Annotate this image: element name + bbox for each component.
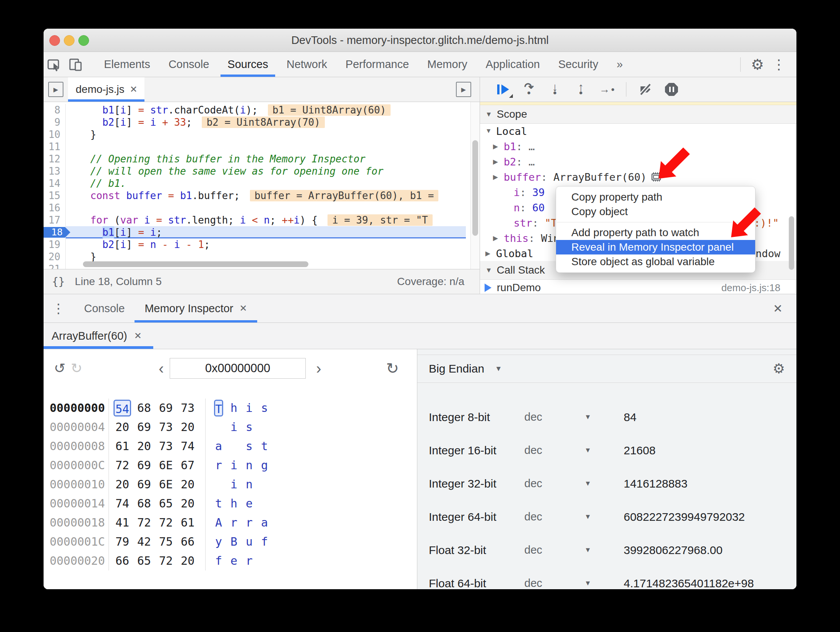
format-select[interactable]: dec▼ xyxy=(524,444,591,457)
hex-byte[interactable]: 41 xyxy=(114,514,131,531)
tab-security[interactable]: Security xyxy=(549,52,608,77)
tab-network[interactable]: Network xyxy=(277,52,336,77)
line-number[interactable]: 13 xyxy=(44,165,66,177)
ascii-char[interactable]: r xyxy=(245,553,254,569)
collapsed-twisty-icon[interactable]: ▶ xyxy=(493,158,504,166)
collapsed-twisty-icon[interactable]: ▶ xyxy=(485,250,496,258)
hex-byte[interactable]: 69 xyxy=(135,457,153,474)
ascii-char[interactable] xyxy=(214,419,223,436)
format-select[interactable]: dec▼ xyxy=(524,577,591,589)
ascii-char[interactable]: h xyxy=(229,495,238,512)
format-select[interactable]: dec▼ xyxy=(524,544,591,556)
collapsed-twisty-icon[interactable]: ▶ xyxy=(493,143,504,151)
ascii-char[interactable]: n xyxy=(245,457,254,474)
hex-byte[interactable]: 69 xyxy=(135,419,153,436)
line-number[interactable]: 20 xyxy=(44,251,66,263)
device-toolbar-button[interactable] xyxy=(65,55,86,75)
hex-byte[interactable]: 20 xyxy=(179,495,196,512)
buffer-tab-arraybuffer[interactable]: ArrayBuffer(60) ✕ xyxy=(44,323,153,349)
ascii-char[interactable]: a xyxy=(260,514,269,531)
collapsed-twisty-icon[interactable]: ▶ xyxy=(493,173,504,181)
history-forward-button[interactable]: ↻ xyxy=(68,357,85,380)
hex-byte[interactable]: 74 xyxy=(179,438,196,455)
line-number[interactable]: 19 xyxy=(44,238,66,251)
scope-row-b1[interactable]: ▶b1: … xyxy=(480,139,796,154)
context-menu-item-store-object-as-global-variable[interactable]: Store object as global variable xyxy=(556,254,755,269)
ascii-char[interactable]: g xyxy=(260,457,269,474)
settings-button[interactable]: ⚙ xyxy=(747,55,768,75)
drawer-tab-console[interactable]: Console xyxy=(74,294,135,322)
step-over-button[interactable]: ↷● xyxy=(516,79,542,99)
history-back-button[interactable]: ↺ xyxy=(51,357,68,380)
hex-byte[interactable]: 20 xyxy=(114,419,131,436)
line-number[interactable]: 10 xyxy=(44,128,66,141)
hex-byte[interactable]: 73 xyxy=(157,419,175,436)
ascii-char[interactable]: e xyxy=(245,495,254,512)
hex-byte[interactable]: 67 xyxy=(179,457,196,474)
hex-byte[interactable]: 72 xyxy=(157,553,175,569)
close-file-tab-icon[interactable]: ✕ xyxy=(130,84,138,95)
inspect-element-button[interactable] xyxy=(44,55,65,75)
ascii-char[interactable]: t xyxy=(214,495,223,512)
ascii-char[interactable]: i xyxy=(229,476,238,493)
line-number[interactable]: 15 xyxy=(44,190,66,202)
ascii-char[interactable]: n xyxy=(245,476,254,493)
hex-byte[interactable]: 20 xyxy=(179,419,196,436)
hex-byte[interactable]: 72 xyxy=(114,457,131,474)
hex-byte[interactable]: 61 xyxy=(179,514,196,531)
hex-byte[interactable]: 54 xyxy=(114,400,131,416)
ascii-char[interactable]: i xyxy=(229,457,238,474)
ascii-char[interactable]: r xyxy=(229,514,238,531)
quick-source-toggle-button[interactable]: ▶ xyxy=(456,82,471,97)
ascii-char[interactable]: B xyxy=(229,533,238,550)
ascii-char[interactable]: a xyxy=(214,438,223,455)
scope-row-b2[interactable]: ▶b2: … xyxy=(480,154,796,169)
ascii-char[interactable] xyxy=(260,553,269,569)
deactivate-breakpoints-button[interactable] xyxy=(632,79,658,99)
line-number[interactable]: 8 xyxy=(44,104,66,116)
ascii-char[interactable]: h xyxy=(229,400,238,416)
hex-byte[interactable]: 69 xyxy=(135,476,153,493)
editor-vertical-scrollbar[interactable] xyxy=(470,102,480,269)
line-number[interactable]: 17 xyxy=(44,214,66,226)
format-select[interactable]: dec▼ xyxy=(524,411,591,423)
hex-byte[interactable]: 6E xyxy=(157,476,175,493)
editor-horizontal-scrollbar[interactable] xyxy=(83,261,308,267)
drawer-tab-memory-inspector[interactable]: Memory Inspector✕ xyxy=(135,294,257,322)
hex-byte[interactable]: 61 xyxy=(114,438,131,455)
collapsed-twisty-icon[interactable]: ▶ xyxy=(493,234,504,242)
context-menu-item-reveal-in-memory-inspector-panel[interactable]: Reveal in Memory Inspector panel xyxy=(556,240,755,254)
hex-byte[interactable]: 66 xyxy=(179,533,196,550)
tab-console[interactable]: Console xyxy=(159,52,218,77)
ascii-char[interactable]: i xyxy=(229,419,238,436)
context-menu-item-copy-property-path[interactable]: Copy property path xyxy=(556,190,755,204)
section-expand-icon[interactable]: ▼ xyxy=(485,266,492,274)
previous-page-button[interactable]: ‹ xyxy=(154,357,169,380)
main-menu-button[interactable]: ⋮ xyxy=(768,55,790,75)
ascii-char[interactable]: y xyxy=(214,533,223,550)
step-out-button[interactable]: ↑● xyxy=(568,79,594,99)
line-number[interactable]: 12 xyxy=(44,153,66,165)
ascii-char[interactable] xyxy=(260,476,269,493)
hex-byte[interactable]: 68 xyxy=(135,400,153,416)
hex-byte[interactable]: 72 xyxy=(157,514,175,531)
ascii-char[interactable] xyxy=(260,419,269,436)
ascii-char[interactable]: f xyxy=(214,553,223,569)
pretty-print-icon[interactable]: {} xyxy=(52,275,65,288)
ascii-char[interactable]: f xyxy=(260,533,269,550)
step-into-button[interactable]: ↓● xyxy=(542,79,568,99)
tab-application[interactable]: Application xyxy=(477,52,549,77)
ascii-char[interactable]: e xyxy=(229,553,238,569)
ascii-char[interactable] xyxy=(260,495,269,512)
tab-memory[interactable]: Memory xyxy=(418,52,477,77)
tab-elements[interactable]: Elements xyxy=(95,52,159,77)
expanded-twisty-icon[interactable]: ▼ xyxy=(485,127,496,135)
callstack-frame-row[interactable]: runDemo demo-js.js:18 xyxy=(480,280,796,294)
hex-byte[interactable]: 72 xyxy=(135,514,153,531)
tab-performance[interactable]: Performance xyxy=(336,52,418,77)
resume-button[interactable] xyxy=(490,79,516,99)
line-number[interactable]: 14 xyxy=(44,177,66,190)
hex-byte[interactable]: 20 xyxy=(179,553,196,569)
hex-byte[interactable]: 6E xyxy=(157,457,175,474)
context-menu-item-copy-object[interactable]: Copy object xyxy=(556,204,755,219)
